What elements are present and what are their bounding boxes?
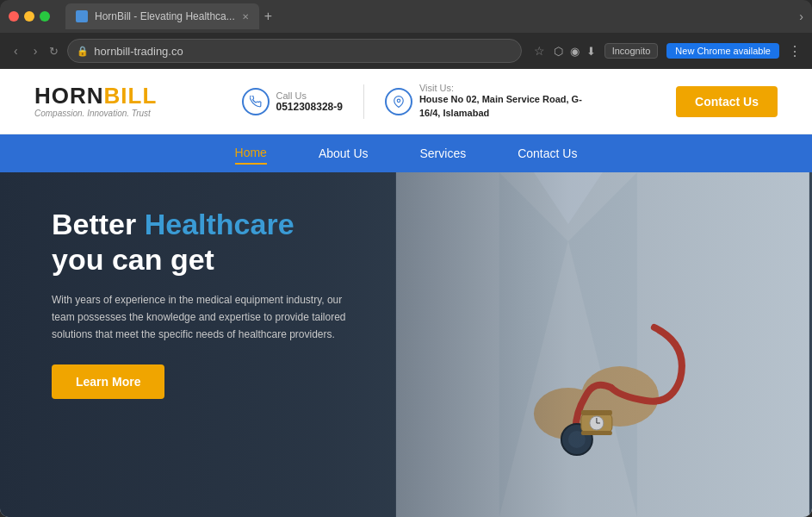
traffic-lights (9, 11, 50, 22)
download-icon[interactable]: ⬇ (586, 45, 596, 58)
visit-us-item: Visit Us: House No 02, Main Service Road… (385, 83, 592, 120)
tab-close-btn[interactable]: ✕ (242, 12, 249, 22)
location-icon-circle (385, 88, 412, 115)
nav-contact[interactable]: Contact Us (518, 143, 577, 164)
title-bar: HornBill - Elevating Healthca... ✕ + › (0, 0, 812, 33)
contact-info: Call Us 0512308328-9 Visit Us: Hous (242, 83, 592, 120)
hero-title-line1: Better Healthcare (52, 207, 379, 242)
address-bar: ‹ › ↻ 🔒 hornbill-trading.co ☆ ⬡ ◉ ⬇ Inco… (0, 33, 812, 69)
learn-more-button[interactable]: Learn More (52, 364, 164, 399)
window-control-chevron: › (799, 9, 803, 23)
hero-title-highlight: Healthcare (145, 208, 294, 240)
svg-point-0 (397, 99, 400, 103)
hero-description: With years of experience in the medical … (52, 291, 362, 344)
url-bar[interactable]: 🔒 hornbill-trading.co (67, 39, 521, 63)
logo-tagline: Compassion. Innovation. Trust (34, 109, 157, 118)
browser-tab[interactable]: HornBill - Elevating Healthca... ✕ (65, 3, 259, 29)
forward-button[interactable]: › (30, 42, 41, 59)
logo-bill: BILL (104, 83, 158, 109)
browser-frame: HornBill - Elevating Healthca... ✕ + › ‹… (0, 0, 812, 517)
close-traffic-light[interactable] (9, 11, 19, 22)
visit-us-text: Visit Us: House No 02, Main Service Road… (419, 83, 592, 120)
logo: HORNBILL (34, 84, 157, 107)
visit-us-address: House No 02, Main Service Road, G-16/4, … (419, 93, 592, 120)
incognito-badge: Incognito (604, 43, 659, 59)
call-us-label: Call Us (276, 90, 343, 101)
tab-title: HornBill - Elevating Healthca... (95, 10, 235, 22)
nav-home[interactable]: Home (235, 142, 267, 165)
lock-icon: 🔒 (77, 46, 89, 57)
tab-area: HornBill - Elevating Healthca... ✕ + (65, 3, 272, 29)
location-icon (393, 96, 405, 108)
call-us-phone: 0512308328-9 (276, 101, 343, 113)
website-content: HORNBILL Compassion. Innovation. Trust C… (0, 69, 812, 517)
site-header: HORNBILL Compassion. Innovation. Trust C… (0, 69, 812, 134)
refresh-button[interactable]: ↻ (49, 45, 59, 58)
call-us-text: Call Us 0512308328-9 (276, 90, 343, 113)
phone-icon (250, 96, 262, 108)
visit-us-label: Visit Us: (419, 83, 592, 93)
hero-title-plain: Better (52, 208, 145, 240)
logo-horn: HORN (34, 83, 104, 109)
logo-area: HORNBILL Compassion. Innovation. Trust (34, 84, 157, 118)
nav-about[interactable]: About Us (319, 143, 369, 164)
browser-icons: ⬡ ◉ ⬇ (554, 45, 596, 58)
url-text: hornbill-trading.co (94, 45, 183, 58)
hero-section: Better Healthcare you can get With years… (0, 172, 812, 517)
new-tab-button[interactable]: + (264, 9, 272, 24)
hero-title-line2: you can get (52, 242, 379, 277)
maximize-traffic-light[interactable] (40, 11, 50, 22)
extensions-icon[interactable]: ⬡ (554, 45, 563, 58)
tab-favicon (76, 10, 88, 22)
chrome-update-badge[interactable]: New Chrome available (666, 43, 779, 59)
call-us-item: Call Us 0512308328-9 (242, 88, 343, 115)
phone-icon-circle (242, 88, 270, 115)
bookmark-icon[interactable]: ☆ (534, 44, 545, 58)
hero-content: Better Healthcare you can get With years… (0, 172, 431, 433)
browser-menu-btn[interactable]: ⋮ (788, 43, 802, 59)
minimize-traffic-light[interactable] (24, 11, 34, 22)
site-nav: Home About Us Services Contact Us (0, 134, 812, 172)
contact-divider (363, 84, 364, 119)
contact-us-button[interactable]: Contact Us (676, 86, 778, 117)
profile-icon[interactable]: ◉ (570, 45, 580, 58)
nav-services[interactable]: Services (420, 143, 467, 164)
back-button[interactable]: ‹ (10, 42, 22, 59)
